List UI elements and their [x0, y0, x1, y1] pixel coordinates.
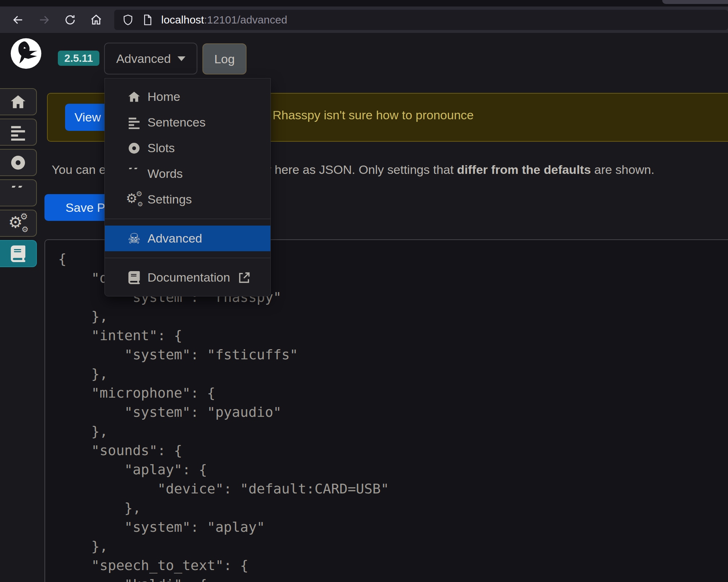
url-host: localhost	[161, 14, 204, 26]
version-badge: 2.5.11	[58, 51, 99, 66]
forward-arrow-icon	[38, 14, 50, 26]
page-select-label: Advanced	[116, 52, 171, 66]
quotes-icon: ”	[126, 168, 142, 180]
align-left-icon	[126, 116, 142, 129]
browser-toolbar: localhost:12101/advanced	[0, 7, 728, 33]
gears-icon: ⚙⚙⚙	[126, 193, 142, 206]
navigation-dropdown-menu: Home Sentences Slots ” Words ⚙⚙⚙ Setting…	[104, 78, 271, 296]
browser-active-tab[interactable]	[662, 0, 728, 4]
alert-message: Rhasspy isn't sure how to pronounce	[273, 108, 474, 122]
menu-item-home[interactable]: Home	[105, 84, 270, 110]
sidebar-item-sentences[interactable]	[0, 119, 37, 146]
menu-item-label: Home	[147, 90, 180, 104]
gears-icon: ⚙⚙⚙	[9, 215, 27, 232]
sidebar-item-settings[interactable]: ⚙⚙⚙	[0, 210, 37, 237]
sidebar-item-words[interactable]: ”	[0, 179, 37, 206]
back-button[interactable]	[5, 9, 31, 30]
menu-divider	[105, 219, 270, 219]
chevron-down-icon	[177, 56, 185, 61]
back-arrow-icon	[12, 14, 24, 26]
menu-item-words[interactable]: ” Words	[105, 161, 270, 187]
book-icon	[126, 271, 142, 284]
browser-tab-strip	[0, 0, 728, 7]
home-icon	[10, 94, 26, 110]
menu-item-advanced-active[interactable]: ☠ Advanced	[105, 226, 270, 251]
menu-item-label: Slots	[147, 141, 175, 155]
page-select-dropdown[interactable]: Advanced	[104, 43, 197, 74]
view-button-label: View	[74, 110, 101, 124]
sidebar-item-slots[interactable]	[0, 149, 37, 176]
quotes-icon: ”	[9, 186, 27, 200]
home-icon	[126, 90, 142, 103]
menu-item-label: Settings	[147, 192, 192, 206]
record-circle-icon	[126, 142, 142, 155]
rhasspy-logo[interactable]	[9, 37, 43, 70]
menu-item-sentences[interactable]: Sentences	[105, 110, 270, 135]
home-icon	[90, 14, 102, 26]
url-path: :12101/advanced	[204, 14, 287, 26]
menu-item-label: Words	[147, 167, 183, 181]
menu-item-slots[interactable]: Slots	[105, 135, 270, 161]
log-button-label: Log	[214, 52, 235, 66]
align-left-icon	[10, 124, 26, 141]
reload-icon	[64, 14, 76, 26]
log-button[interactable]: Log	[202, 43, 247, 74]
menu-item-settings[interactable]: ⚙⚙⚙ Settings	[105, 187, 270, 212]
page-info-icon[interactable]	[142, 14, 153, 26]
forward-button[interactable]	[31, 9, 57, 30]
menu-item-documentation[interactable]: Documentation	[105, 265, 270, 290]
skull-crossbones-icon: ☠	[126, 231, 142, 246]
address-bar[interactable]: localhost:12101/advanced	[114, 10, 728, 30]
shield-icon[interactable]	[122, 14, 134, 26]
reload-button[interactable]	[57, 9, 83, 30]
menu-item-label: Documentation	[147, 270, 230, 284]
browser-home-button[interactable]	[83, 9, 109, 30]
book-icon	[10, 245, 26, 262]
profile-json-text[interactable]: { "dialogue": { "system": "rhasspy" }, "…	[58, 249, 728, 582]
sidebar-item-home[interactable]	[0, 88, 37, 115]
menu-item-label: Sentences	[147, 115, 206, 129]
external-link-icon	[238, 271, 250, 284]
record-circle-icon	[10, 154, 26, 171]
menu-divider	[105, 258, 270, 258]
menu-item-label: Advanced	[147, 231, 202, 245]
sidebar-item-advanced-active[interactable]	[0, 240, 37, 267]
